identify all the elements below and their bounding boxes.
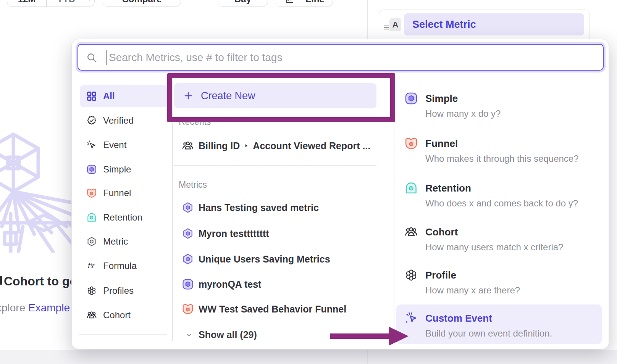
sidebar-item-event[interactable]: Event (80, 134, 168, 156)
metrics-heading: Metrics (179, 180, 207, 190)
sidebar-item-profiles[interactable]: Profiles (80, 280, 168, 302)
funnel-icon (182, 303, 194, 315)
retention-icon (404, 181, 418, 195)
breadcrumb-arrow-icon (244, 143, 249, 148)
profiles-flower-icon (404, 268, 418, 282)
funnel-icon (404, 137, 418, 150)
metric-list-item[interactable]: Myron testttttttt (182, 227, 269, 240)
saved-metric-hexagon-icon (182, 253, 194, 265)
sidebar-item-cohort[interactable]: Cohort (80, 304, 168, 326)
sidebar-item-tags[interactable]: Tags (80, 344, 168, 349)
empty-state-explore-line: xplore Example (0, 302, 74, 314)
drag-handle-icon[interactable] (383, 24, 390, 31)
recents-divider (174, 165, 376, 166)
series-a-badge: A (389, 18, 401, 31)
recent-item-billing[interactable]: Billing ID Account Viewed Report ... (182, 140, 370, 152)
metric-search-box[interactable] (78, 44, 604, 71)
metric-list-item[interactable]: Hans Testing saved metric (182, 201, 319, 214)
text-caret (107, 50, 107, 65)
search-icon (86, 52, 97, 63)
sidebar-item-verified[interactable]: Verified (80, 110, 168, 132)
clipped-letter (0, 276, 2, 285)
cohort-people-icon (404, 225, 418, 239)
profiles-flower-icon (86, 285, 97, 296)
sidebar-item-retention[interactable]: Retention (80, 206, 168, 229)
retention-icon (86, 212, 97, 223)
empty-state-illustration (0, 127, 76, 253)
chart-type-line-button[interactable]: Line (276, 0, 333, 7)
chevron-down-icon (86, 0, 93, 3)
explore-text-fragment: xplore (0, 302, 25, 314)
recent-item-source: Billing ID (199, 140, 240, 151)
sidebar-item-funnel[interactable]: Funnel (80, 182, 168, 204)
page-divider-bottom (367, 350, 368, 364)
simple-metric-icon (86, 164, 97, 175)
metric-list-item[interactable]: Unique Users Saving Metrics (182, 253, 330, 265)
cohort-people-icon (86, 310, 97, 321)
footer-band (0, 350, 617, 364)
funnel-icon (86, 188, 97, 198)
svg-text:fx: fx (87, 262, 95, 270)
sidebar-item-all[interactable]: All (80, 85, 168, 107)
metric-list-item[interactable]: myronQA test (182, 278, 261, 290)
grid-icon (86, 91, 97, 101)
sidebar-item-formula[interactable]: fx Formula (80, 255, 168, 277)
simple-metric-icon (404, 92, 418, 105)
screenshot-root: { "toolbar": { "range_12m": "12M", "rang… (0, 0, 617, 364)
example-link[interactable]: Example (28, 302, 70, 314)
annotation-highlight-box (167, 73, 395, 122)
compare-button[interactable]: Compare (103, 0, 181, 7)
range-12m-button[interactable]: 12M (7, 0, 46, 4)
time-range-segmented-control[interactable]: 12M YTD (7, 0, 95, 7)
saved-metric-hexagon-icon (182, 227, 194, 240)
chevron-down-icon (185, 331, 193, 339)
sidebar-item-simple[interactable]: Simple (80, 158, 168, 180)
page-divider-top (367, 0, 368, 39)
annotation-arrow (328, 324, 410, 349)
metric-search-input[interactable] (108, 45, 598, 71)
empty-state-headline-fragment: Cohort to ge (4, 274, 76, 288)
sidebar-divider (79, 334, 167, 335)
simple-metric-icon (182, 278, 194, 290)
sidebar-item-metric[interactable]: Metric (80, 230, 168, 253)
select-metric-button[interactable]: Select Metric (404, 13, 584, 35)
formula-fx-icon: fx (86, 261, 97, 271)
saved-metric-hexagon-icon (182, 201, 194, 214)
custom-event-icon (404, 311, 418, 325)
metric-hexagon-icon (86, 236, 97, 247)
verified-icon (86, 115, 97, 126)
range-ytd-button[interactable]: YTD (46, 0, 86, 4)
show-all-toggle[interactable]: Show all (29) (185, 329, 257, 340)
granularity-day-button[interactable]: Day (218, 0, 268, 7)
event-cursor-icon (86, 140, 97, 150)
metric-list-item[interactable]: WW Test Saved Behavior Funnel (182, 303, 346, 315)
cohort-people-icon (182, 140, 194, 152)
recent-item-target: Account Viewed Report ... (253, 140, 370, 151)
